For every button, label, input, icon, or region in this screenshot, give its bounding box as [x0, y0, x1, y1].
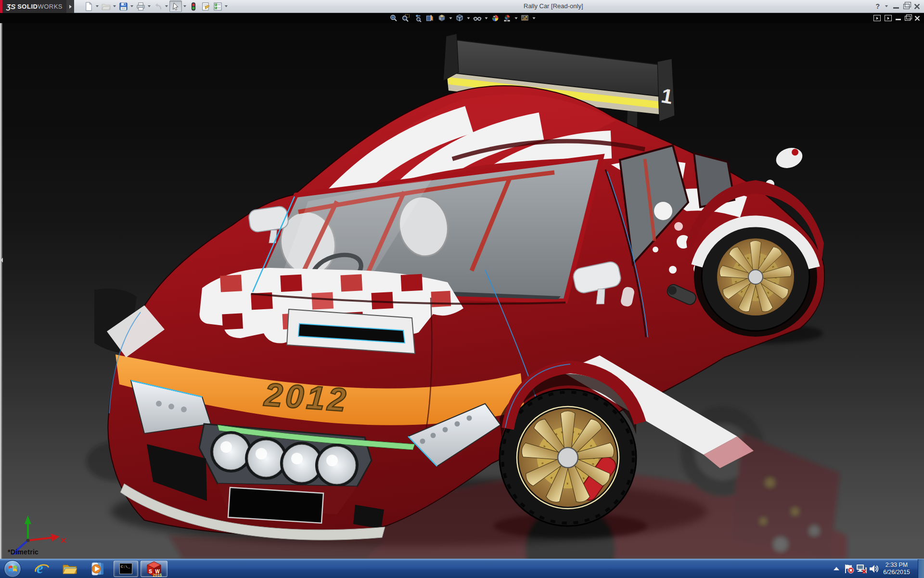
- title-bar: ƷS SOLIDWORKS Rally Car [Re: [0, 0, 924, 13]
- year-decal: 2012: [262, 376, 350, 418]
- hide-show-items-button[interactable]: [472, 13, 483, 23]
- view-toolbar: [388, 13, 536, 23]
- apply-scene-button[interactable]: [502, 13, 513, 23]
- undo-button[interactable]: [152, 1, 164, 12]
- section-view-button[interactable]: [424, 13, 435, 23]
- previous-view-button[interactable]: [412, 13, 423, 23]
- new-document-button[interactable]: [83, 1, 94, 12]
- clock-date: 6/26/2015: [880, 569, 913, 576]
- solidworks-logo-glyph: ƷS: [6, 2, 15, 11]
- svg-text:2015: 2015: [153, 572, 162, 577]
- windows-explorer-button[interactable]: [62, 561, 78, 577]
- zoom-to-area-button[interactable]: [400, 13, 411, 23]
- view-orientation-label: *Dimetric: [8, 548, 38, 556]
- feature-pane-toggle-1[interactable]: [873, 15, 881, 21]
- zoom-to-fit-button[interactable]: [388, 13, 399, 23]
- show-desktop-button[interactable]: [918, 559, 924, 578]
- undo-icon: [154, 2, 163, 11]
- network-status-icon: [856, 564, 867, 574]
- taskbar-clock[interactable]: 2:33 PM 6/26/2015: [880, 562, 913, 576]
- window-controls: ?: [875, 0, 920, 13]
- command-prompt-button[interactable]: C:\_: [114, 561, 138, 577]
- apply-scene-dropdown[interactable]: [514, 17, 518, 19]
- open-button[interactable]: [100, 1, 112, 12]
- document-window-controls: [873, 13, 920, 23]
- zoom-to-fit-icon: [389, 14, 398, 22]
- solidworks-taskbar-button[interactable]: S W 2015: [141, 561, 167, 577]
- network-status-button[interactable]: [855, 562, 868, 576]
- y-axis-arrow: [25, 515, 31, 524]
- display-style-button[interactable]: [454, 13, 465, 23]
- open-dropdown[interactable]: [112, 1, 117, 12]
- hidden-icons-arrow-icon: [834, 567, 839, 570]
- view-settings-icon: [521, 14, 529, 22]
- system-tray: 2:33 PM 6/26/2015: [830, 559, 924, 578]
- edit-appearance-icon: [491, 14, 499, 22]
- doc-minimize-button[interactable]: [896, 19, 901, 20]
- volume-button[interactable]: [868, 562, 880, 576]
- start-button[interactable]: [4, 560, 21, 578]
- print-dropdown[interactable]: [147, 1, 152, 12]
- view-orientation-dropdown[interactable]: [449, 17, 453, 19]
- feature-panel-splitter[interactable]: [0, 23, 2, 559]
- new-dropdown[interactable]: [95, 1, 100, 12]
- minimize-button[interactable]: [893, 7, 899, 9]
- svg-text:S: S: [149, 569, 152, 574]
- view-settings-button[interactable]: [520, 13, 530, 23]
- help-button[interactable]: ?: [875, 2, 880, 10]
- options-dropdown[interactable]: [224, 1, 229, 12]
- internet-explorer-icon: e: [34, 561, 50, 577]
- view-orientation-button[interactable]: [436, 13, 447, 23]
- action-center-flag-icon: [844, 564, 854, 574]
- folder-icon: [62, 563, 77, 575]
- zoom-to-area-icon: [401, 14, 410, 22]
- display-style-dropdown[interactable]: [466, 17, 471, 19]
- select-dropdown[interactable]: [182, 1, 187, 12]
- windows-flag-icon: [8, 565, 17, 573]
- edit-appearance-button[interactable]: [490, 13, 500, 23]
- hide-show-items-icon: [473, 14, 481, 22]
- action-center-button[interactable]: [843, 562, 855, 576]
- open-folder-icon: [102, 2, 111, 11]
- previous-view-icon: [413, 14, 422, 22]
- select-button[interactable]: [169, 0, 182, 12]
- options-button[interactable]: [212, 1, 223, 12]
- print-button[interactable]: [135, 1, 146, 12]
- view-settings-dropdown[interactable]: [532, 17, 536, 19]
- new-document-icon: [84, 2, 93, 11]
- file-properties-button[interactable]: [200, 1, 211, 12]
- restore-button[interactable]: [903, 4, 910, 9]
- solidworks-2015-icon: S W 2015: [146, 561, 162, 577]
- select-cursor-icon: [172, 2, 180, 11]
- media-player-button[interactable]: [90, 561, 106, 577]
- solidworks-logo[interactable]: ƷS SOLIDWORKS: [0, 0, 66, 13]
- help-dropdown[interactable]: [884, 1, 889, 12]
- save-dropdown[interactable]: [129, 1, 134, 12]
- rebuild-traffic-light-icon: [189, 2, 198, 11]
- doc-restore-button[interactable]: [905, 16, 911, 21]
- file-properties-icon: [201, 2, 210, 11]
- undo-dropdown[interactable]: [164, 1, 169, 12]
- brand-light: WORKS: [38, 3, 63, 10]
- save-button[interactable]: [117, 1, 129, 12]
- rebuild-button[interactable]: [188, 1, 199, 12]
- menu-expand-arrow[interactable]: [66, 0, 74, 13]
- hidden-icons-button[interactable]: [830, 562, 843, 576]
- logo-red-stripe: [0, 0, 2, 13]
- x-axis-label-mark: [62, 539, 65, 542]
- brand-bold: SOLID: [17, 3, 38, 10]
- graphics-viewport[interactable]: 1: [0, 23, 924, 559]
- doc-close-button[interactable]: [914, 15, 920, 21]
- close-button[interactable]: [914, 3, 920, 10]
- command-prompt-icon: C:\_: [119, 563, 132, 574]
- apply-scene-icon: [503, 14, 511, 22]
- internet-explorer-button[interactable]: e: [34, 561, 50, 577]
- hide-show-dropdown[interactable]: [484, 17, 488, 19]
- volume-icon: [869, 564, 879, 574]
- print-icon: [136, 2, 145, 11]
- splitter-collapse-icon[interactable]: [0, 258, 3, 263]
- clock-time: 2:33 PM: [880, 562, 913, 569]
- feature-pane-toggle-2[interactable]: [885, 15, 892, 21]
- section-view-icon: [425, 14, 434, 22]
- windows-taskbar: e C:\_ S W 2: [0, 559, 924, 578]
